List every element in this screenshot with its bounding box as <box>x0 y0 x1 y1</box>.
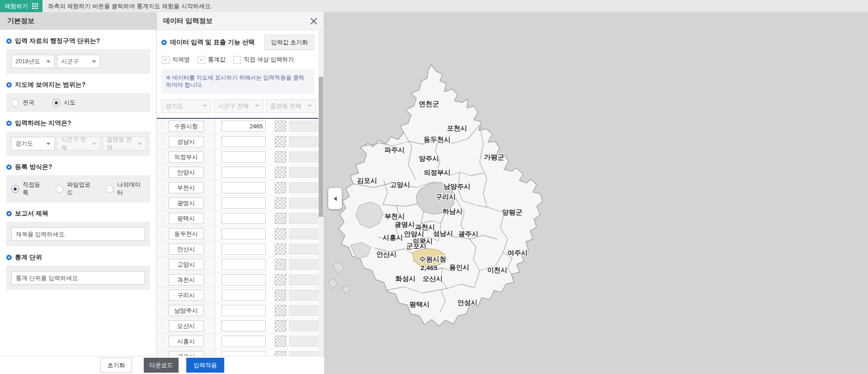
region-name-input[interactable] <box>169 274 204 285</box>
region-name-input[interactable] <box>169 351 204 356</box>
region-value-input[interactable] <box>222 121 266 132</box>
region-value-input[interactable] <box>222 259 266 270</box>
region-name-input[interactable] <box>169 167 204 178</box>
apply-button[interactable]: 입력적용 <box>186 358 224 373</box>
region-name-input[interactable] <box>169 182 204 193</box>
chevron-down-icon <box>203 105 207 107</box>
province-select[interactable]: 경기도 <box>11 137 55 150</box>
scope-radio-sido[interactable]: 시도 <box>52 98 75 107</box>
region-value-input[interactable] <box>222 336 266 347</box>
method-radio-direct[interactable]: 직접등록 <box>11 181 45 197</box>
color-picker-swatch[interactable] <box>275 336 286 347</box>
color-picker-swatch[interactable] <box>275 274 286 285</box>
map-area[interactable]: 연천군포천시동두천시파주시양주시가평군의정부시김포시고양시남양주시구리시하남시양… <box>324 12 868 374</box>
region-value-input[interactable] <box>222 182 266 193</box>
region-name-input[interactable] <box>169 336 204 347</box>
scope-radio-nationwide[interactable]: 전국 <box>11 98 34 107</box>
method-radio-fileupload[interactable]: 파일업로드 <box>56 181 95 197</box>
region-name-input[interactable] <box>169 228 204 239</box>
region-value-input[interactable] <box>222 351 266 356</box>
region-value-input[interactable] <box>222 243 266 255</box>
color-picker-swatch[interactable] <box>275 351 286 356</box>
region-value-input[interactable] <box>222 136 266 147</box>
checkbox-region-name[interactable]: 지역명 <box>162 56 190 64</box>
region-value-input[interactable] <box>222 320 266 332</box>
reset-values-button[interactable]: 입력값 초기화 <box>264 35 314 50</box>
year-select[interactable]: 2018년도 <box>11 55 55 68</box>
region-name-input[interactable] <box>169 243 204 255</box>
region-value-input[interactable] <box>222 305 266 316</box>
region-name-cell <box>157 349 216 356</box>
region-name-input[interactable] <box>169 197 204 209</box>
region-value-input[interactable] <box>222 213 266 224</box>
color-picker-swatch[interactable] <box>275 320 286 332</box>
region-data-table <box>157 118 319 356</box>
map-region-label: 오산시 <box>423 275 443 282</box>
region-name-cell <box>157 318 216 333</box>
color-picker-swatch[interactable] <box>275 121 286 132</box>
color-picker-swatch[interactable] <box>275 305 286 316</box>
checkbox-icon <box>198 56 205 64</box>
filter-province-select: 경기도 <box>161 99 211 113</box>
panel-collapse-handle[interactable] <box>328 188 342 209</box>
region-value-input[interactable] <box>222 197 266 209</box>
map-region-label: 고양시 <box>390 181 410 188</box>
color-picker-swatch[interactable] <box>275 259 286 270</box>
sigungu-select: 시군구 전체 <box>57 137 100 150</box>
region-name-cell <box>157 119 216 134</box>
region-name-input[interactable] <box>169 213 204 224</box>
color-picker-swatch[interactable] <box>275 290 286 301</box>
report-title-input[interactable] <box>11 227 145 241</box>
region-value-input[interactable] <box>222 274 266 285</box>
radio-icon <box>56 185 63 193</box>
download-button[interactable]: 다운로드 <box>144 358 179 373</box>
color-picker-swatch[interactable] <box>275 182 286 193</box>
color-picker-swatch[interactable] <box>275 136 286 147</box>
region-value-input[interactable] <box>222 290 266 301</box>
map-region-label: 화성시 <box>396 275 416 282</box>
try-button[interactable]: 체험하기 <box>0 0 42 12</box>
radio-icon <box>11 185 19 193</box>
table-row <box>157 334 319 349</box>
color-picker-swatch[interactable] <box>275 197 286 209</box>
color-picker-swatch[interactable] <box>275 167 286 178</box>
checkbox-direct-color[interactable]: 직접 색상 입력하기 <box>233 56 294 64</box>
close-icon[interactable] <box>310 18 317 25</box>
try-button-label: 체험하기 <box>5 2 28 10</box>
color-picker-swatch[interactable] <box>275 213 286 224</box>
map-region-label: 이천시 <box>487 266 508 274</box>
scrollbar-thumb[interactable] <box>319 77 323 217</box>
color-value-box <box>289 197 319 209</box>
stat-unit-input[interactable] <box>11 271 145 285</box>
region-value-input[interactable] <box>222 167 266 178</box>
admin-unit-select[interactable]: 시군구 <box>57 55 100 68</box>
table-row <box>157 303 319 318</box>
color-picker-swatch[interactable] <box>275 151 286 163</box>
panel-scrollbar[interactable] <box>318 30 324 356</box>
region-value-input[interactable] <box>222 151 266 163</box>
region-name-input[interactable] <box>169 151 204 163</box>
region-name-input[interactable] <box>169 259 204 270</box>
region-name-cell <box>157 242 216 257</box>
region-name-input[interactable] <box>169 121 204 132</box>
chevron-down-icon <box>46 61 51 63</box>
region-name-input[interactable] <box>169 320 204 332</box>
table-row <box>157 318 319 334</box>
map-region-label: 양평군 <box>502 208 523 216</box>
checkbox-stat-value[interactable]: 통계값 <box>198 56 226 64</box>
table-row <box>157 257 319 272</box>
region-value-input[interactable] <box>222 228 266 239</box>
map-region-label: 포천시 <box>447 124 467 132</box>
color-value-box <box>289 136 319 147</box>
method-radio-mydata[interactable]: 나의데이터 <box>106 181 145 197</box>
region-name-input[interactable] <box>169 305 204 316</box>
map-region-label: 남양주시 <box>443 182 471 190</box>
reset-button[interactable]: 초기화 <box>100 358 132 373</box>
question-method: 등록 방식은? <box>6 163 150 171</box>
footer-bar: 초기화 다운로드 입력적용 <box>0 356 324 374</box>
bullet-icon <box>6 38 12 44</box>
color-picker-swatch[interactable] <box>275 243 286 255</box>
color-picker-swatch[interactable] <box>275 228 286 239</box>
region-name-input[interactable] <box>169 290 204 301</box>
region-name-input[interactable] <box>169 136 204 147</box>
